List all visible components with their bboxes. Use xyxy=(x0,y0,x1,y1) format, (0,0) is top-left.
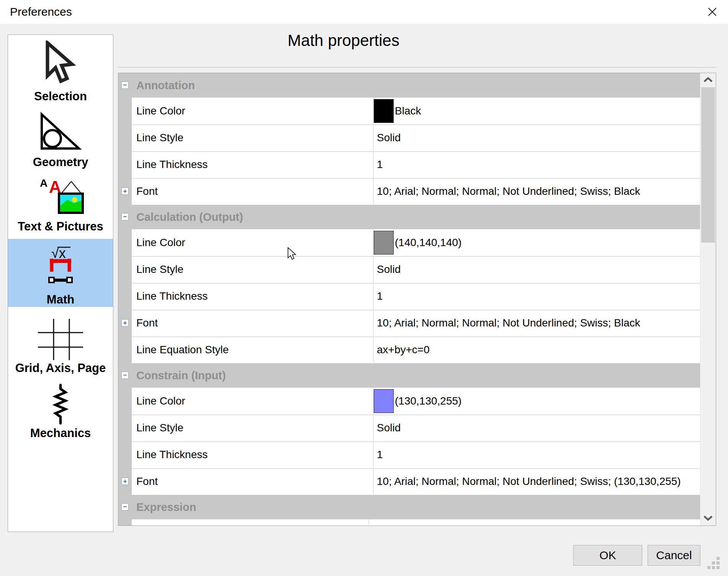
chevron-down-icon xyxy=(703,516,713,521)
property-row[interactable]: Line Thickness1 xyxy=(118,151,700,178)
property-row[interactable]: Line Color(130,130,255) xyxy=(118,388,700,414)
chevron-up-icon xyxy=(703,77,713,82)
property-row[interactable]: Line ColorBlack xyxy=(118,98,700,124)
sidebar-item-label: Mechanics xyxy=(30,427,91,441)
property-value[interactable]: 1 xyxy=(373,151,700,178)
sidebar-item-math[interactable]: √x Math xyxy=(8,239,113,307)
property-label: Line Style xyxy=(132,256,373,283)
spring-icon xyxy=(52,383,69,426)
property-row[interactable]: Line StyleSolid xyxy=(118,256,700,283)
property-value[interactable]: Black xyxy=(373,98,700,124)
expand-font-button[interactable]: + xyxy=(121,478,129,485)
sidebar-item-label: Selection xyxy=(34,90,87,104)
sidebar-item-geometry[interactable]: Geometry xyxy=(8,108,113,170)
partial-row xyxy=(118,519,700,525)
close-button[interactable] xyxy=(703,4,721,20)
sqrt-measure-icon: √x xyxy=(46,245,75,287)
property-value-text: 1 xyxy=(377,449,383,461)
property-label: Font xyxy=(132,178,373,205)
property-label: Font xyxy=(132,468,373,495)
scroll-up-button[interactable] xyxy=(700,73,716,86)
svg-text:A: A xyxy=(40,177,47,189)
property-label: Line Style xyxy=(132,124,373,151)
property-grid: −AnnotationLine ColorBlackLine StyleSoli… xyxy=(118,73,716,526)
sidebar-item-selection[interactable]: Selection xyxy=(8,38,113,104)
section-title: Calculation (Output) xyxy=(132,211,243,224)
section-title: Expression xyxy=(132,501,196,514)
property-value-text: (130,130,255) xyxy=(395,395,461,407)
property-label: Line Thickness xyxy=(132,441,373,468)
sidebar-item-grid-axis-page[interactable]: Grid, Axis, Page xyxy=(8,317,113,375)
property-value[interactable]: 1 xyxy=(373,283,700,310)
property-label: Line Color xyxy=(132,388,373,414)
collapse-section-button[interactable]: − xyxy=(121,503,129,511)
property-row[interactable]: Line StyleSolid xyxy=(118,124,700,151)
sidebar-item-label: Geometry xyxy=(33,156,88,170)
collapse-section-button[interactable]: − xyxy=(121,82,129,89)
property-value[interactable]: Solid xyxy=(373,414,700,441)
property-value[interactable]: 1 xyxy=(373,441,700,468)
property-value-text: 1 xyxy=(377,158,383,171)
property-row[interactable]: Line Thickness1 xyxy=(118,441,700,468)
window-title: Preferences xyxy=(10,5,72,18)
sidebar-item-label: Text & Pictures xyxy=(18,220,103,234)
category-sidebar: Selection Geometry A A Text & Pictures √… xyxy=(8,34,113,532)
property-value-text: (140,140,140) xyxy=(395,237,461,249)
resize-grip-icon[interactable] xyxy=(706,555,720,569)
property-row[interactable]: +Font10; Arial; Normal; Normal; Not Unde… xyxy=(118,178,700,205)
property-value[interactable]: (140,140,140) xyxy=(373,229,700,256)
sidebar-item-label: Grid, Axis, Page xyxy=(15,362,106,375)
property-value[interactable]: 10; Arial; Normal; Normal; Not Underline… xyxy=(373,310,700,336)
grid-icon xyxy=(36,317,85,362)
color-swatch-icon xyxy=(374,231,394,255)
property-row[interactable]: +Font10; Arial; Normal; Normal; Not Unde… xyxy=(118,310,700,336)
property-value[interactable]: 10; Arial; Normal; Normal; Not Underline… xyxy=(373,468,700,495)
property-value[interactable]: ax+by+c=0 xyxy=(373,336,700,363)
expand-font-button[interactable]: + xyxy=(121,319,129,326)
section-header[interactable]: −Constrain (Input) xyxy=(118,363,700,388)
property-label: Line Color xyxy=(132,98,373,124)
property-label: Line Thickness xyxy=(132,151,373,178)
collapse-section-button[interactable]: − xyxy=(121,213,129,220)
preferences-dialog: Preferences Math properties Selection Ge… xyxy=(0,0,728,576)
property-label: Line Thickness xyxy=(132,283,373,310)
property-label: Line Equation Style xyxy=(132,336,373,363)
property-value-text: 10; Arial; Normal; Normal; Not Underline… xyxy=(377,317,640,329)
sidebar-item-mechanics[interactable]: Mechanics xyxy=(8,382,113,441)
property-value-text: Solid xyxy=(377,263,401,276)
property-value-text: 10; Arial; Normal; Normal; Not Underline… xyxy=(377,475,681,488)
vertical-scrollbar[interactable] xyxy=(700,73,716,525)
sidebar-item-text-pictures[interactable]: A A Text & Pictures xyxy=(8,173,113,234)
property-value-text: ax+by+c=0 xyxy=(377,344,430,356)
color-swatch-icon xyxy=(374,389,394,413)
set-square-circle-icon xyxy=(38,112,83,152)
property-row[interactable]: Line Equation Styleax+by+c=0 xyxy=(118,336,700,363)
title-separator xyxy=(118,67,716,68)
collapse-section-button[interactable]: − xyxy=(121,372,129,379)
section-header[interactable]: −Annotation xyxy=(118,73,700,98)
property-value-text: Solid xyxy=(377,132,401,144)
titlebar: Preferences xyxy=(0,0,728,24)
property-label: Font xyxy=(132,310,373,336)
sidebar-item-label: Math xyxy=(47,293,74,307)
property-value[interactable]: Solid xyxy=(373,256,700,283)
property-value[interactable]: Solid xyxy=(373,124,700,151)
property-value[interactable]: (130,130,255) xyxy=(373,388,700,414)
property-value-text: Solid xyxy=(377,422,401,434)
page-title: Math properties xyxy=(119,31,568,50)
property-row[interactable]: Line StyleSolid xyxy=(118,414,700,441)
property-row[interactable]: Line Color(140,140,140) xyxy=(118,229,700,256)
property-row[interactable]: +Font10; Arial; Normal; Normal; Not Unde… xyxy=(118,468,700,495)
cancel-button[interactable]: Cancel xyxy=(648,545,700,566)
property-value[interactable]: 10; Arial; Normal; Normal; Not Underline… xyxy=(373,178,700,205)
scrollbar-thumb[interactable] xyxy=(701,87,715,243)
section-header[interactable]: −Calculation (Output) xyxy=(118,205,700,229)
section-header[interactable]: −Expression xyxy=(118,495,700,519)
ok-button[interactable]: OK xyxy=(573,545,642,566)
expand-font-button[interactable]: + xyxy=(121,188,129,195)
property-row[interactable]: Line Thickness1 xyxy=(118,283,700,310)
property-label: Line Style xyxy=(132,414,373,441)
scroll-down-button[interactable] xyxy=(700,512,716,525)
letters-picture-icon: A A xyxy=(37,175,84,218)
color-swatch-icon xyxy=(374,99,394,123)
